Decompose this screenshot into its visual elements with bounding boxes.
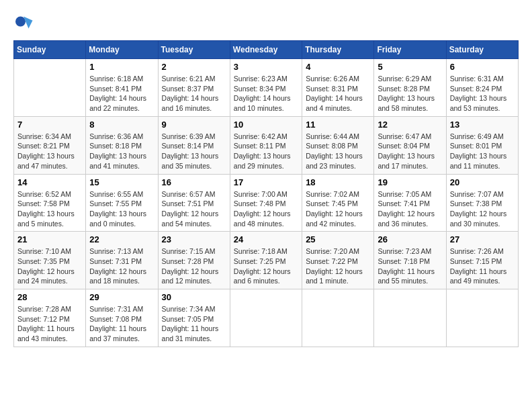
day-number: 20 xyxy=(450,177,515,187)
day-number: 7 xyxy=(17,120,82,130)
day-number: 17 xyxy=(234,177,298,187)
day-info: Sunrise: 7:15 AMSunset: 7:28 PMDaylight:… xyxy=(162,246,226,286)
day-cell xyxy=(230,289,302,347)
day-cell: 29Sunrise: 7:31 AMSunset: 7:08 PMDayligh… xyxy=(86,289,158,347)
day-number: 12 xyxy=(378,120,442,130)
day-info: Sunrise: 6:42 AMSunset: 8:11 PMDaylight:… xyxy=(234,132,298,171)
day-cell: 17Sunrise: 7:00 AMSunset: 7:48 PMDayligh… xyxy=(230,174,302,232)
col-header-tuesday: Tuesday xyxy=(158,41,230,59)
day-cell xyxy=(446,289,518,347)
week-row-3: 21Sunrise: 7:10 AMSunset: 7:35 PMDayligh… xyxy=(14,232,519,289)
day-info: Sunrise: 7:07 AMSunset: 7:38 PMDaylight:… xyxy=(450,189,515,229)
col-header-wednesday: Wednesday xyxy=(230,41,302,59)
day-number: 6 xyxy=(450,62,515,72)
day-number: 1 xyxy=(89,62,154,72)
day-cell: 24Sunrise: 7:18 AMSunset: 7:25 PMDayligh… xyxy=(230,232,302,289)
day-info: Sunrise: 7:31 AMSunset: 7:08 PMDaylight:… xyxy=(89,304,154,344)
day-info: Sunrise: 7:02 AMSunset: 7:45 PMDaylight:… xyxy=(306,189,370,229)
col-header-friday: Friday xyxy=(374,41,446,59)
day-cell: 28Sunrise: 7:28 AMSunset: 7:12 PMDayligh… xyxy=(14,289,86,347)
col-header-sunday: Sunday xyxy=(14,41,86,59)
day-info: Sunrise: 7:34 AMSunset: 7:05 PMDaylight:… xyxy=(162,304,226,344)
day-cell: 27Sunrise: 7:26 AMSunset: 7:15 PMDayligh… xyxy=(446,232,518,289)
day-cell: 14Sunrise: 6:52 AMSunset: 7:58 PMDayligh… xyxy=(14,174,86,232)
day-info: Sunrise: 6:31 AMSunset: 8:24 PMDaylight:… xyxy=(450,74,515,113)
day-info: Sunrise: 7:05 AMSunset: 7:41 PMDaylight:… xyxy=(378,189,442,229)
day-cell: 7Sunrise: 6:34 AMSunset: 8:21 PMDaylight… xyxy=(14,116,86,174)
day-cell: 18Sunrise: 7:02 AMSunset: 7:45 PMDayligh… xyxy=(302,174,374,232)
day-number: 14 xyxy=(17,177,82,187)
day-cell: 1Sunrise: 6:18 AMSunset: 8:41 PMDaylight… xyxy=(86,59,158,117)
day-number: 25 xyxy=(306,234,370,244)
week-row-1: 7Sunrise: 6:34 AMSunset: 8:21 PMDaylight… xyxy=(14,116,519,174)
day-cell: 6Sunrise: 6:31 AMSunset: 8:24 PMDaylight… xyxy=(446,59,518,117)
day-number: 2 xyxy=(162,62,226,72)
day-number: 27 xyxy=(450,234,515,244)
day-cell: 5Sunrise: 6:29 AMSunset: 8:28 PMDaylight… xyxy=(374,59,446,117)
day-cell: 11Sunrise: 6:44 AMSunset: 8:08 PMDayligh… xyxy=(302,116,374,174)
day-info: Sunrise: 7:18 AMSunset: 7:25 PMDaylight:… xyxy=(234,246,298,286)
day-cell: 4Sunrise: 6:26 AMSunset: 8:31 PMDaylight… xyxy=(302,59,374,117)
day-info: Sunrise: 6:29 AMSunset: 8:28 PMDaylight:… xyxy=(378,74,442,113)
page-header xyxy=(13,13,519,34)
day-cell xyxy=(374,289,446,347)
day-cell: 16Sunrise: 6:57 AMSunset: 7:51 PMDayligh… xyxy=(158,174,230,232)
col-header-monday: Monday xyxy=(86,41,158,59)
day-info: Sunrise: 6:36 AMSunset: 8:18 PMDaylight:… xyxy=(89,132,154,171)
day-info: Sunrise: 6:44 AMSunset: 8:08 PMDaylight:… xyxy=(306,132,370,171)
day-cell: 12Sunrise: 6:47 AMSunset: 8:04 PMDayligh… xyxy=(374,116,446,174)
day-cell: 23Sunrise: 7:15 AMSunset: 7:28 PMDayligh… xyxy=(158,232,230,289)
day-cell: 21Sunrise: 7:10 AMSunset: 7:35 PMDayligh… xyxy=(14,232,86,289)
day-cell xyxy=(14,59,86,117)
day-info: Sunrise: 7:28 AMSunset: 7:12 PMDaylight:… xyxy=(17,304,82,344)
day-cell xyxy=(302,289,374,347)
day-number: 21 xyxy=(17,234,82,244)
week-row-4: 28Sunrise: 7:28 AMSunset: 7:12 PMDayligh… xyxy=(14,289,519,347)
logo xyxy=(13,13,36,34)
col-header-thursday: Thursday xyxy=(302,41,374,59)
day-number: 4 xyxy=(306,62,370,72)
day-number: 9 xyxy=(162,120,226,130)
day-info: Sunrise: 6:47 AMSunset: 8:04 PMDaylight:… xyxy=(378,132,442,171)
day-info: Sunrise: 6:34 AMSunset: 8:21 PMDaylight:… xyxy=(17,132,82,171)
day-number: 28 xyxy=(17,292,82,302)
day-info: Sunrise: 6:52 AMSunset: 7:58 PMDaylight:… xyxy=(17,189,82,229)
day-info: Sunrise: 7:10 AMSunset: 7:35 PMDaylight:… xyxy=(17,246,82,286)
day-number: 26 xyxy=(378,234,442,244)
day-number: 18 xyxy=(306,177,370,187)
logo-icon xyxy=(13,13,34,34)
day-info: Sunrise: 6:39 AMSunset: 8:14 PMDaylight:… xyxy=(162,132,226,171)
day-cell: 3Sunrise: 6:23 AMSunset: 8:34 PMDaylight… xyxy=(230,59,302,117)
day-info: Sunrise: 6:18 AMSunset: 8:41 PMDaylight:… xyxy=(89,74,154,113)
day-cell: 19Sunrise: 7:05 AMSunset: 7:41 PMDayligh… xyxy=(374,174,446,232)
day-number: 30 xyxy=(162,292,226,302)
day-info: Sunrise: 6:55 AMSunset: 7:55 PMDaylight:… xyxy=(89,189,154,229)
day-info: Sunrise: 7:13 AMSunset: 7:31 PMDaylight:… xyxy=(89,246,154,286)
svg-point-0 xyxy=(15,17,26,27)
day-number: 3 xyxy=(234,62,298,72)
day-number: 8 xyxy=(89,120,154,130)
day-info: Sunrise: 6:49 AMSunset: 8:01 PMDaylight:… xyxy=(450,132,515,171)
day-number: 10 xyxy=(234,120,298,130)
calendar-table: SundayMondayTuesdayWednesdayThursdayFrid… xyxy=(13,40,519,347)
day-cell: 20Sunrise: 7:07 AMSunset: 7:38 PMDayligh… xyxy=(446,174,518,232)
day-cell: 25Sunrise: 7:20 AMSunset: 7:22 PMDayligh… xyxy=(302,232,374,289)
day-info: Sunrise: 7:20 AMSunset: 7:22 PMDaylight:… xyxy=(306,246,370,286)
day-number: 15 xyxy=(89,177,154,187)
day-cell: 10Sunrise: 6:42 AMSunset: 8:11 PMDayligh… xyxy=(230,116,302,174)
day-cell: 9Sunrise: 6:39 AMSunset: 8:14 PMDaylight… xyxy=(158,116,230,174)
day-cell: 15Sunrise: 6:55 AMSunset: 7:55 PMDayligh… xyxy=(86,174,158,232)
week-row-2: 14Sunrise: 6:52 AMSunset: 7:58 PMDayligh… xyxy=(14,174,519,232)
calendar-header: SundayMondayTuesdayWednesdayThursdayFrid… xyxy=(14,41,519,59)
day-cell: 13Sunrise: 6:49 AMSunset: 8:01 PMDayligh… xyxy=(446,116,518,174)
day-number: 19 xyxy=(378,177,442,187)
day-cell: 26Sunrise: 7:23 AMSunset: 7:18 PMDayligh… xyxy=(374,232,446,289)
day-cell: 22Sunrise: 7:13 AMSunset: 7:31 PMDayligh… xyxy=(86,232,158,289)
day-number: 29 xyxy=(89,292,154,302)
day-number: 11 xyxy=(306,120,370,130)
day-info: Sunrise: 7:00 AMSunset: 7:48 PMDaylight:… xyxy=(234,189,298,229)
day-number: 5 xyxy=(378,62,442,72)
day-cell: 2Sunrise: 6:21 AMSunset: 8:37 PMDaylight… xyxy=(158,59,230,117)
day-number: 23 xyxy=(162,234,226,244)
day-number: 16 xyxy=(162,177,226,187)
